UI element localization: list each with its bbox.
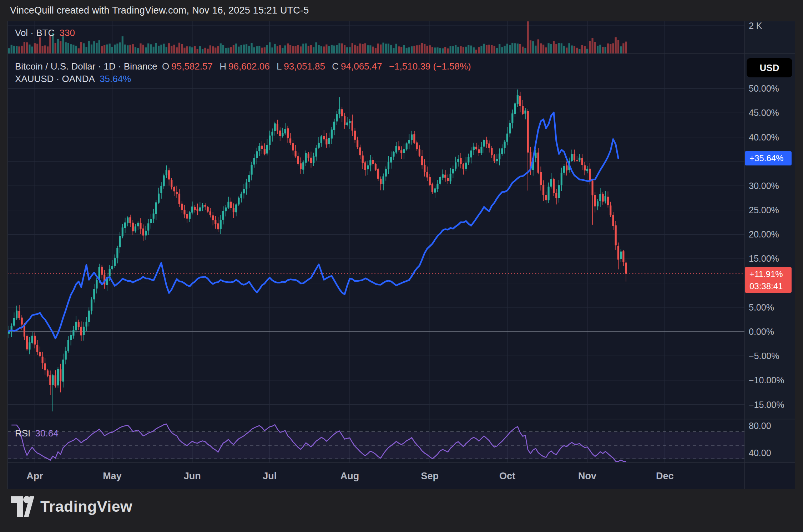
rsi-axis-tick: 80.00 xyxy=(749,420,771,432)
time-axis-month-label: May xyxy=(103,470,122,482)
price-axis-tick: −5.00% xyxy=(749,350,779,362)
tradingview-logo-text: TradingView xyxy=(40,498,132,515)
time-axis-month-label: Dec xyxy=(656,470,674,482)
price-axis-tick: 25.00% xyxy=(749,204,779,216)
volume-axis-tick: 2 K xyxy=(749,20,762,32)
rsi-legend[interactable]: RSI 30.64 xyxy=(15,428,61,439)
symbol-legend-row[interactable]: Bitcoin / U.S. Dollar · 1D · Binance O95… xyxy=(15,61,473,72)
time-axis-month-label: Aug xyxy=(340,470,359,482)
ohlc-open: O95,582.57 xyxy=(162,61,215,72)
tradingview-logo-icon xyxy=(11,496,34,517)
btc-badge-change: +11.91% xyxy=(749,268,792,280)
symbol-title: Bitcoin / U.S. Dollar · 1D · Binance xyxy=(15,61,157,72)
currency-toggle-button[interactable]: USD xyxy=(747,58,792,77)
time-axis-month-label: Sep xyxy=(421,470,439,482)
header-title: VinceQuill created with TradingView.com,… xyxy=(10,5,309,16)
price-axis-tick: 0.00% xyxy=(749,326,774,338)
btc-badge-countdown: 03:38:41 xyxy=(749,280,792,292)
time-axis-month-label: Nov xyxy=(578,470,596,482)
rsi-legend-label: RSI xyxy=(15,428,30,439)
volume-legend-value: 330 xyxy=(59,27,75,38)
tradingview-chart-widget: VinceQuill created with TradingView.com,… xyxy=(0,0,803,532)
price-axis-tick: 30.00% xyxy=(749,180,779,192)
volume-legend[interactable]: Vol · BTC 330 xyxy=(15,27,77,39)
ohlc-close: C94,065.47 xyxy=(332,61,384,72)
comparison-value: 35.64% xyxy=(100,73,131,84)
rsi-legend-value: 30.64 xyxy=(35,428,59,439)
price-axis-tick: 20.00% xyxy=(749,228,779,240)
btc-price-countdown-badge: +11.91% 03:38:41 xyxy=(745,267,792,293)
ohlc-change: −1,510.39 (−1.58%) xyxy=(389,61,471,72)
price-axis-tick: 15.00% xyxy=(749,252,779,265)
price-axis-tick: 40.00% xyxy=(749,131,779,143)
ohlc-high: H96,602.06 xyxy=(219,61,272,72)
chart-header: VinceQuill created with TradingView.com,… xyxy=(0,0,803,21)
time-axis-month-label: Jun xyxy=(184,470,201,482)
rsi-axis-tick: 40.00 xyxy=(749,447,771,459)
comparison-symbol: XAUUSD · OANDA xyxy=(15,73,95,84)
time-axis-month-label: Oct xyxy=(499,470,515,482)
gold-price-badge: +35.64% xyxy=(745,151,792,165)
price-axis-tick: 45.00% xyxy=(749,107,779,119)
ohlc-low: L93,051.85 xyxy=(277,61,327,72)
price-axis-tick: 50.00% xyxy=(749,82,779,94)
price-axis-tick: −10.00% xyxy=(749,374,784,386)
price-axis-tick: 5.00% xyxy=(749,301,774,313)
comparison-legend-row[interactable]: XAUUSD · OANDA 35.64% xyxy=(15,73,133,85)
price-axis-tick: −15.00% xyxy=(749,399,784,411)
time-axis-month-label: Apr xyxy=(26,470,43,482)
tradingview-logo[interactable]: TradingView xyxy=(11,496,132,517)
time-axis-month-label: Jul xyxy=(263,470,277,482)
volume-legend-label: Vol · BTC xyxy=(15,27,55,38)
